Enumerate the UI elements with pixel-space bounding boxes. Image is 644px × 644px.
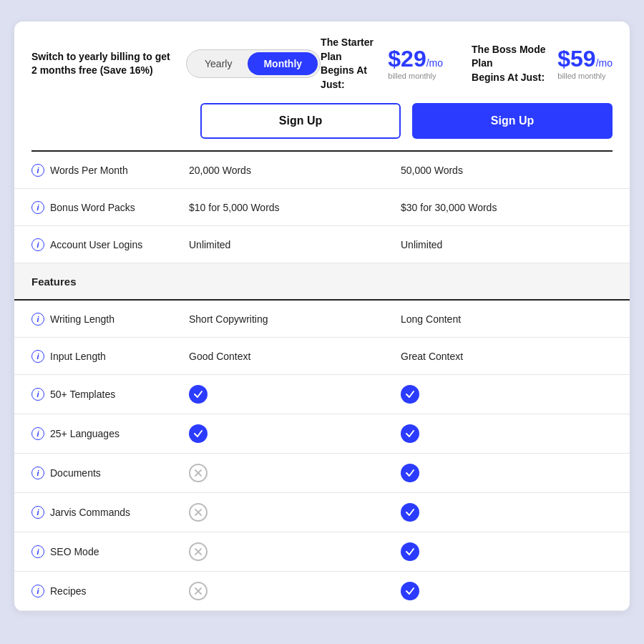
feature-label-cell: i25+ Languages — [31, 417, 189, 450]
feature-row: iDocuments — [14, 454, 630, 493]
feature-row: i25+ Languages — [14, 414, 630, 454]
starter-feature-val: Good Context — [189, 341, 401, 372]
billing-toggle: Yearly Monthly — [186, 49, 321, 78]
feature-row: iWriting LengthShort CopywritingLong Con… — [14, 301, 630, 338]
check-icon — [401, 385, 419, 404]
section-label: Features — [31, 265, 613, 298]
feature-row: iAccount User LoginsUnlimitedUnlimited — [14, 226, 630, 263]
feature-label-cell: iRecipes — [31, 575, 189, 608]
starter-plan-header: The Starter Plan Begins At Just: $29/mo … — [321, 36, 443, 92]
starter-feature-val: Unlimited — [189, 229, 401, 260]
starter-signup-button[interactable]: Sign Up — [200, 103, 401, 139]
feature-label-text: Jarvis Commands — [50, 507, 130, 518]
feature-row: iRecipes — [14, 572, 630, 611]
check-icon — [401, 582, 419, 600]
boss-feature-val — [401, 532, 613, 571]
check-icon — [401, 424, 419, 443]
plan-header: The Starter Plan Begins At Just: $29/mo … — [321, 36, 613, 92]
info-icon[interactable]: i — [31, 238, 44, 251]
check-icon — [401, 503, 419, 522]
feature-label-cell: iAccount User Logins — [31, 228, 189, 261]
starter-feature-val — [189, 493, 401, 532]
starter-plan-price: $29/mo billed monthly — [388, 47, 443, 80]
info-icon[interactable]: i — [31, 388, 44, 401]
info-icon[interactable]: i — [31, 313, 44, 326]
cross-icon — [189, 503, 208, 522]
feature-label-cell: iSEO Mode — [31, 535, 189, 568]
feature-label-text: SEO Mode — [50, 546, 99, 557]
feature-label-text: 50+ Templates — [50, 389, 115, 400]
info-icon[interactable]: i — [31, 427, 44, 440]
starter-feature-val — [189, 532, 401, 571]
feature-row: iInput LengthGood ContextGreat Context — [14, 338, 630, 375]
boss-feature-val: Long Content — [401, 303, 613, 335]
switch-text: Switch to yearly billing to get 2 months… — [31, 50, 172, 78]
boss-feature-val: Unlimited — [401, 229, 613, 260]
feature-label-cell: iDocuments — [31, 457, 189, 489]
starter-feature-val — [189, 572, 401, 610]
boss-price-suffix: /mo — [596, 57, 613, 69]
check-icon — [189, 385, 208, 404]
feature-label-text: Input Length — [50, 351, 106, 362]
info-icon[interactable]: i — [31, 585, 44, 597]
feature-row: iJarvis Commands — [14, 493, 630, 532]
feature-label-text: Recipes — [50, 585, 87, 597]
feature-label-text: Documents — [50, 467, 101, 479]
info-icon[interactable]: i — [31, 164, 44, 177]
feature-label-cell: iJarvis Commands — [31, 496, 189, 529]
cross-icon — [189, 582, 208, 600]
starter-feature-val — [189, 454, 401, 492]
feature-label-cell: iBonus Word Packs — [31, 191, 189, 224]
section-header-row: Features — [14, 263, 630, 301]
feature-label-text: 25+ Languages — [50, 428, 119, 439]
boss-feature-val: 50,000 Words — [401, 155, 613, 186]
feature-row: i50+ Templates — [14, 375, 630, 414]
info-icon[interactable]: i — [31, 506, 44, 519]
boss-feature-val — [401, 375, 613, 414]
check-icon — [189, 424, 208, 443]
feature-row: iWords Per Month20,000 Words50,000 Words — [14, 152, 630, 189]
boss-plan-label: The Boss Mode Plan Begins At Just: — [472, 43, 550, 85]
feature-label-text: Bonus Word Packs — [50, 202, 135, 213]
boss-billing-note: billed monthly — [557, 72, 605, 80]
feature-table: iWords Per Month20,000 Words50,000 Words… — [14, 152, 630, 611]
boss-feature-val: Great Context — [401, 341, 613, 372]
top-bar: Switch to yearly billing to get 2 months… — [14, 21, 630, 103]
check-icon — [401, 464, 419, 482]
feature-label-cell: iWords Per Month — [31, 154, 189, 187]
signup-row: Sign Up Sign Up — [14, 103, 630, 150]
starter-feature-val: 20,000 Words — [189, 155, 401, 186]
starter-billing-note: billed monthly — [388, 72, 436, 80]
feature-row: iSEO Mode — [14, 532, 630, 572]
monthly-toggle-btn[interactable]: Monthly — [248, 52, 318, 75]
feature-label-cell: iInput Length — [31, 340, 189, 373]
starter-feature-val: Short Copywriting — [189, 303, 401, 335]
cross-icon — [189, 464, 208, 482]
starter-price-value: $29 — [388, 46, 426, 72]
yearly-toggle-btn[interactable]: Yearly — [189, 52, 248, 75]
info-icon[interactable]: i — [31, 350, 44, 363]
info-icon[interactable]: i — [31, 201, 44, 214]
boss-feature-val: $30 for 30,000 Words — [401, 192, 613, 223]
feature-label-cell: iWriting Length — [31, 303, 189, 336]
info-icon[interactable]: i — [31, 545, 44, 558]
starter-feature-val — [189, 375, 401, 414]
feature-label-text: Writing Length — [50, 313, 114, 325]
starter-plan-label: The Starter Plan Begins At Just: — [321, 36, 381, 92]
feature-label-text: Words Per Month — [50, 165, 128, 176]
boss-feature-val — [401, 572, 613, 610]
cross-icon — [189, 542, 208, 561]
starter-feature-val: $10 for 5,000 Words — [189, 192, 401, 223]
feature-label-text: Account User Logins — [50, 239, 142, 250]
starter-price-suffix: /mo — [426, 57, 443, 69]
boss-signup-button[interactable]: Sign Up — [412, 103, 613, 139]
boss-feature-val — [401, 454, 613, 492]
check-icon — [401, 542, 419, 561]
boss-price-value: $59 — [557, 46, 595, 72]
info-icon[interactable]: i — [31, 467, 44, 479]
starter-feature-val — [189, 414, 401, 453]
boss-plan-header: The Boss Mode Plan Begins At Just: $59/m… — [472, 43, 613, 85]
feature-row: iBonus Word Packs$10 for 5,000 Words$30 … — [14, 189, 630, 226]
boss-plan-price: $59/mo billed monthly — [557, 47, 613, 80]
boss-feature-val — [401, 414, 613, 453]
